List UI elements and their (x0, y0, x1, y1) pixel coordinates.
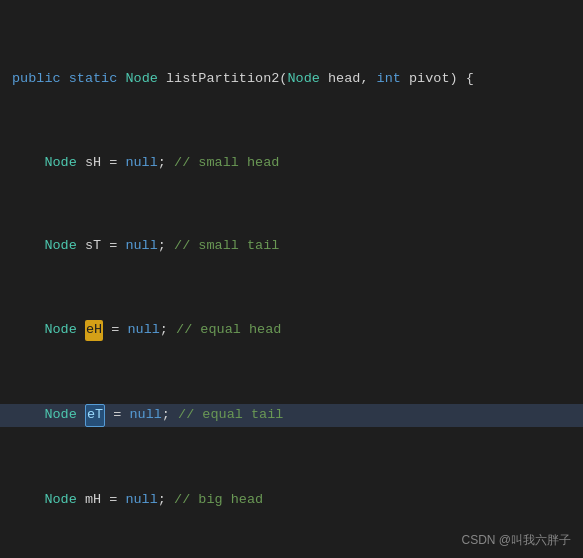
line-2: Node sH = null; // small head (0, 153, 583, 174)
line-3: Node sT = null; // small tail (0, 236, 583, 257)
code-block: public static Node listPartition2(Node h… (0, 0, 583, 558)
watermark: CSDN @叫我六胖子 (461, 531, 571, 550)
line-6: Node mH = null; // big head (0, 490, 583, 511)
line-1: public static Node listPartition2(Node h… (0, 69, 583, 90)
line-4: Node eH = null; // equal head (0, 320, 583, 341)
line-5: Node eT = null; // equal tail (0, 404, 583, 427)
